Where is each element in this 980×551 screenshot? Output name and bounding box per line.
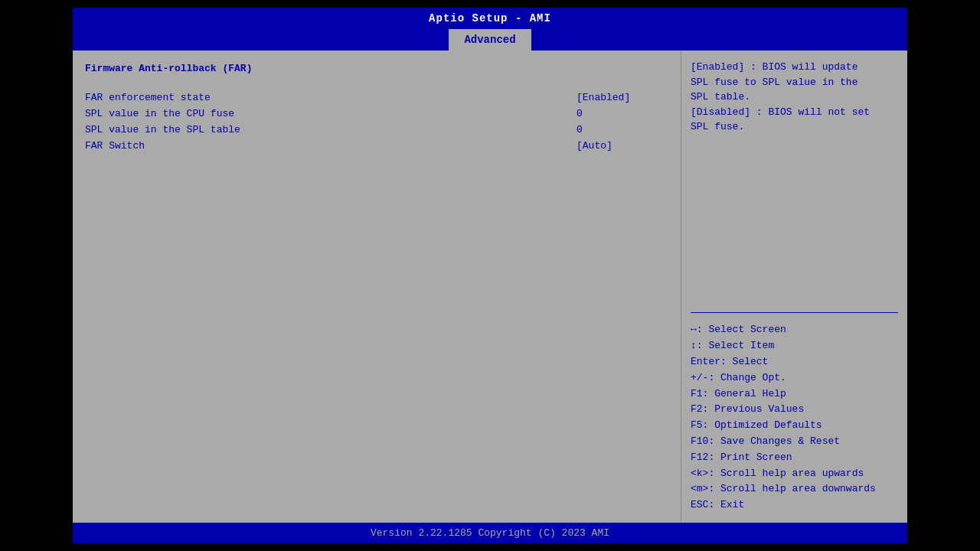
help-line-1: SPL fuse to SPL value in the xyxy=(691,75,898,90)
title-bar: Aptio Setup - AMI xyxy=(73,8,907,29)
left-panel: Firmware Anti-rollback (FAR) FAR enforce… xyxy=(73,51,681,523)
shortcut-11: ESC: Exit xyxy=(691,497,898,514)
row-label-0: FAR enforcement state xyxy=(85,92,577,103)
shortcut-10: <m>: Scroll help area downwards xyxy=(691,481,898,497)
app-title: Aptio Setup - AMI xyxy=(429,12,551,24)
shortcut-3: +/-: Change Opt. xyxy=(691,370,898,386)
nav-bar: Advanced xyxy=(73,29,907,51)
row-value-0: [Enabled] xyxy=(577,92,668,103)
row-value-3: [Auto] xyxy=(577,140,668,152)
bios-setup-container: Aptio Setup - AMI Advanced Firmware Anti… xyxy=(73,8,907,543)
help-line-4: SPL fuse. xyxy=(691,119,898,135)
row-label-2: SPL value in the SPL table xyxy=(85,124,577,135)
table-row: SPL value in the CPU fuse 0 xyxy=(85,106,668,122)
shortcut-7: F10: Save Changes & Reset xyxy=(691,434,898,450)
footer-text: Version 2.22.1285 Copyright (C) 2023 AMI xyxy=(371,527,609,539)
shortcuts-panel: ↔: Select Screen ↕: Select Item Enter: S… xyxy=(691,313,898,514)
help-line-2: SPL table. xyxy=(691,90,898,105)
table-row: SPL value in the SPL table 0 xyxy=(85,122,668,138)
footer-bar: Version 2.22.1285 Copyright (C) 2023 AMI xyxy=(73,523,907,543)
right-panel: [Enabled] : BIOS will update SPL fuse to… xyxy=(681,51,907,523)
row-value-1: 0 xyxy=(577,108,668,119)
shortcut-8: F12: Print Screen xyxy=(691,450,898,466)
shortcut-9: <k>: Scroll help area upwards xyxy=(691,466,898,482)
help-line-3: [Disabled] : BIOS will not set xyxy=(691,105,898,120)
main-content: Firmware Anti-rollback (FAR) FAR enforce… xyxy=(73,51,907,523)
help-line-0: [Enabled] : BIOS will update xyxy=(691,60,898,75)
settings-table: FAR enforcement state [Enabled] SPL valu… xyxy=(85,90,668,154)
table-row[interactable]: FAR Switch [Auto] xyxy=(85,138,668,154)
shortcut-0: ↔: Select Screen xyxy=(691,322,898,338)
shortcut-4: F1: General Help xyxy=(691,386,898,403)
shortcut-6: F5: Optimized Defaults xyxy=(691,418,898,434)
row-label-1: SPL value in the CPU fuse xyxy=(85,108,577,119)
tab-advanced[interactable]: Advanced xyxy=(449,29,531,51)
shortcut-5: F2: Previous Values xyxy=(691,402,898,418)
row-label-3: FAR Switch xyxy=(85,140,577,152)
table-row[interactable]: FAR enforcement state [Enabled] xyxy=(85,90,668,106)
shortcut-2: Enter: Select xyxy=(691,354,898,370)
row-value-2: 0 xyxy=(577,124,668,135)
help-text: [Enabled] : BIOS will update SPL fuse to… xyxy=(691,60,898,313)
section-title: Firmware Anti-rollback (FAR) xyxy=(85,63,668,74)
shortcut-1: ↕: Select Item xyxy=(691,338,898,354)
